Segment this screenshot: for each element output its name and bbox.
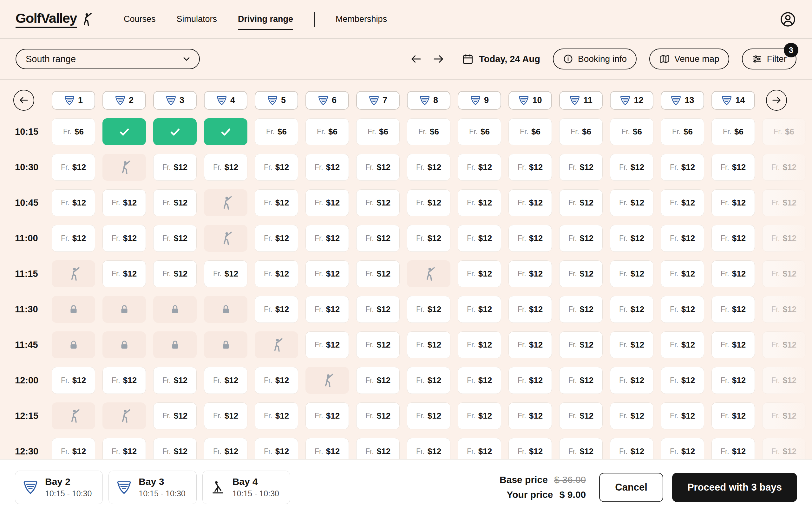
slot-available[interactable]: Fr.$12 [559, 438, 603, 459]
slot-available[interactable]: Fr.$6 [306, 118, 349, 145]
slot-selected[interactable] [153, 118, 197, 145]
slot-available[interactable]: Fr.$12 [610, 438, 654, 459]
slot-available[interactable]: Fr.$12 [153, 402, 197, 429]
slot-available[interactable]: Fr.$12 [255, 225, 298, 252]
slot-available[interactable]: Fr.$6 [52, 118, 95, 145]
slot-available[interactable]: Fr.$6 [661, 118, 704, 145]
slot-available[interactable]: Fr.$12 [204, 154, 248, 181]
slot-available[interactable]: Fr.$12 [407, 296, 451, 323]
slot-available[interactable]: Fr.$12 [306, 331, 349, 358]
slot-available[interactable]: Fr.$12 [509, 367, 552, 394]
selected-bay-card-bay-4[interactable]: Bay 410:15 - 10:30 [202, 471, 290, 504]
filter-button[interactable]: Filter 3 [742, 49, 796, 69]
slot-available[interactable]: Fr.$12 [458, 438, 501, 459]
slot-available[interactable]: Fr.$12 [712, 225, 755, 252]
slot-available[interactable]: Fr.$12 [356, 367, 400, 394]
slot-available[interactable]: Fr.$12 [153, 225, 197, 252]
slot-available[interactable]: Fr.$12 [255, 296, 298, 323]
slot-available[interactable]: Fr.$12 [407, 331, 451, 358]
slot-available[interactable]: Fr.$12 [204, 402, 248, 429]
slot-available[interactable]: Fr.$12 [458, 402, 501, 429]
slot-available[interactable]: Fr.$12 [103, 260, 146, 287]
slot-available[interactable]: Fr.$12 [306, 402, 349, 429]
slot-available[interactable]: Fr.$12 [509, 438, 552, 459]
slot-available[interactable]: Fr.$12 [712, 154, 755, 181]
slot-available[interactable]: Fr.$12 [458, 154, 501, 181]
slot-available[interactable]: Fr.$12 [103, 438, 146, 459]
slot-available[interactable]: Fr.$6 [407, 118, 451, 145]
slot-available[interactable]: Fr.$12 [559, 260, 603, 287]
slot-available[interactable]: Fr.$12 [52, 438, 95, 459]
slot-available[interactable]: Fr.$12 [458, 189, 501, 216]
slot-available[interactable]: Fr.$12 [661, 296, 704, 323]
range-select[interactable]: South range [16, 49, 200, 69]
slot-available[interactable]: Fr.$12 [712, 189, 755, 216]
slot-available[interactable]: Fr.$12 [661, 402, 704, 429]
slot-available[interactable]: Fr.$12 [153, 260, 197, 287]
slot-available[interactable]: Fr.$12 [52, 154, 95, 181]
slot-available[interactable]: Fr.$12 [559, 331, 603, 358]
slot-available[interactable]: Fr.$12 [661, 189, 704, 216]
slot-available[interactable]: Fr.$6 [610, 118, 654, 145]
slot-available[interactable]: Fr.$12 [509, 296, 552, 323]
slot-available[interactable]: Fr.$12 [153, 189, 197, 216]
slot-available[interactable]: Fr.$12 [509, 154, 552, 181]
slot-available[interactable]: Fr.$12 [153, 438, 197, 459]
brand-logo[interactable]: GolfValley [16, 10, 93, 28]
slot-available[interactable]: Fr.$12 [407, 402, 451, 429]
slot-available[interactable]: Fr.$12 [712, 296, 755, 323]
slot-available[interactable]: Fr.$12 [661, 260, 704, 287]
slot-available[interactable]: Fr.$12 [559, 296, 603, 323]
nav-item-simulators[interactable]: Simulators [176, 12, 217, 26]
date-picker[interactable]: Today, 24 Aug [462, 53, 540, 65]
slot-available[interactable]: Fr.$12 [712, 402, 755, 429]
slot-selected[interactable] [204, 118, 248, 145]
slot-available[interactable]: Fr.$12 [407, 225, 451, 252]
date-prev-button[interactable] [410, 51, 425, 67]
slot-available[interactable]: Fr.$12 [356, 296, 400, 323]
slot-available[interactable]: Fr.$12 [153, 367, 197, 394]
slot-available[interactable]: Fr.$12 [103, 225, 146, 252]
slot-selected[interactable] [103, 118, 146, 145]
slot-available[interactable]: Fr.$12 [204, 438, 248, 459]
slot-available[interactable]: Fr.$12 [204, 260, 248, 287]
slot-available[interactable]: Fr.$12 [356, 189, 400, 216]
slot-available[interactable]: Fr.$6 [356, 118, 400, 145]
slot-available[interactable]: Fr.$12 [610, 331, 654, 358]
slot-available[interactable]: Fr.$12 [509, 225, 552, 252]
date-next-button[interactable] [432, 51, 447, 67]
slot-available[interactable]: Fr.$6 [559, 118, 603, 145]
slot-available[interactable]: Fr.$12 [661, 154, 704, 181]
slot-available[interactable]: Fr.$12 [356, 154, 400, 181]
slot-available[interactable]: Fr.$12 [610, 402, 654, 429]
slot-available[interactable]: Fr.$12 [255, 189, 298, 216]
account-button[interactable] [779, 11, 796, 28]
slot-available[interactable]: Fr.$12 [356, 331, 400, 358]
slot-available[interactable]: Fr.$12 [255, 438, 298, 459]
slot-available[interactable]: Fr.$6 [509, 118, 552, 145]
slot-available[interactable]: Fr.$12 [52, 189, 95, 216]
slot-available[interactable]: Fr.$12 [103, 189, 146, 216]
slot-available[interactable]: Fr.$12 [610, 260, 654, 287]
venue-map-button[interactable]: Venue map [649, 49, 729, 69]
slot-available[interactable]: Fr.$12 [610, 296, 654, 323]
slot-available[interactable]: Fr.$12 [306, 154, 349, 181]
slot-available[interactable]: Fr.$12 [407, 438, 451, 459]
slot-available[interactable]: Fr.$12 [509, 402, 552, 429]
slot-available[interactable]: Fr.$12 [661, 225, 704, 252]
slot-available[interactable]: Fr.$12 [712, 331, 755, 358]
slot-available[interactable]: Fr.$12 [356, 225, 400, 252]
slot-available[interactable]: Fr.$12 [458, 260, 501, 287]
proceed-button[interactable]: Proceed with 3 bays [672, 473, 797, 502]
slot-available[interactable]: Fr.$12 [52, 367, 95, 394]
slot-available[interactable]: Fr.$12 [255, 154, 298, 181]
slot-available[interactable]: Fr.$12 [356, 402, 400, 429]
slot-available[interactable]: Fr.$12 [559, 154, 603, 181]
slot-available[interactable]: Fr.$12 [610, 367, 654, 394]
slot-available[interactable]: Fr.$12 [712, 367, 755, 394]
slot-available[interactable]: Fr.$12 [509, 189, 552, 216]
slot-available[interactable]: Fr.$12 [661, 331, 704, 358]
cancel-button[interactable]: Cancel [599, 473, 663, 502]
selected-bay-card-bay-2[interactable]: Bay 210:15 - 10:30 [15, 471, 103, 504]
slot-available[interactable]: Fr.$12 [661, 367, 704, 394]
